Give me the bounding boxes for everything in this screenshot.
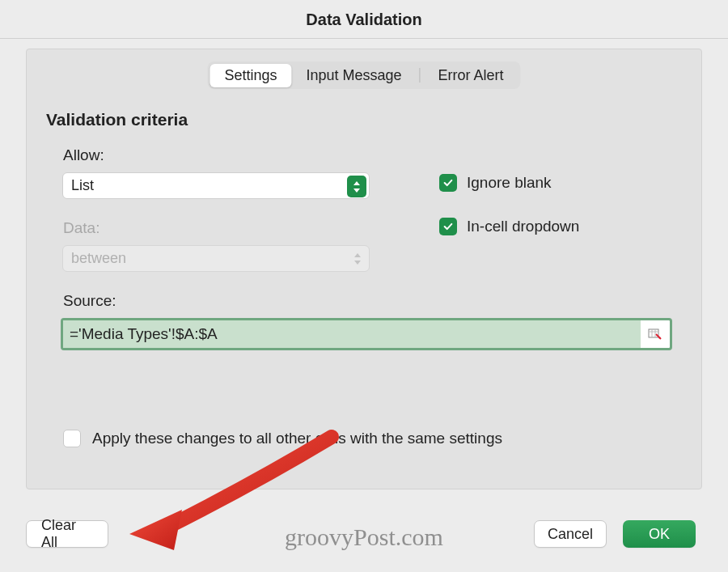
clear-all-button[interactable]: Clear All: [26, 520, 108, 548]
checkbox-checked-icon: [439, 174, 457, 192]
ignore-blank-label: Ignore blank: [467, 174, 552, 192]
data-label: Data:: [63, 219, 99, 237]
chevron-up-down-icon: [351, 250, 364, 268]
allow-select-value: List: [71, 177, 94, 194]
apply-all-row[interactable]: Apply these changes to all other cells w…: [63, 430, 502, 447]
checkbox-unchecked-icon: [63, 430, 81, 447]
watermark-text: groovyPost.com: [285, 523, 443, 551]
in-cell-dropdown-label: In-cell dropdown: [467, 218, 579, 235]
tab-bar: Settings Input Message Error Alert: [207, 61, 520, 89]
allow-select[interactable]: List: [62, 172, 370, 199]
chevron-up-down-icon: [347, 176, 366, 197]
cancel-button[interactable]: Cancel: [534, 520, 607, 548]
tab-input-message[interactable]: Input Message: [291, 64, 416, 87]
apply-all-label: Apply these changes to all other cells w…: [92, 430, 502, 447]
tab-error-alert[interactable]: Error Alert: [424, 64, 518, 87]
source-field-wrap: [61, 318, 672, 350]
range-selector-icon[interactable]: [645, 324, 665, 344]
source-input[interactable]: [63, 320, 641, 348]
validation-criteria-heading: Validation criteria: [46, 110, 188, 129]
tab-separator: [420, 68, 421, 83]
source-label: Source:: [63, 292, 116, 310]
checkbox-checked-icon: [439, 218, 457, 235]
allow-label: Allow:: [63, 146, 104, 164]
ignore-blank-row[interactable]: Ignore blank: [439, 174, 552, 192]
dialog-title: Data Validation: [0, 0, 728, 39]
dialog-footer: Clear All Cancel OK groovyPost.com: [0, 507, 728, 572]
dialog-content: Settings Input Message Error Alert Valid…: [26, 49, 702, 489]
data-select: between: [62, 245, 370, 272]
data-select-value: between: [71, 250, 126, 267]
in-cell-dropdown-row[interactable]: In-cell dropdown: [439, 218, 579, 235]
ok-button[interactable]: OK: [623, 520, 696, 548]
dialog-window: Data Validation Settings Input Message E…: [0, 0, 728, 572]
tab-settings[interactable]: Settings: [210, 64, 291, 87]
